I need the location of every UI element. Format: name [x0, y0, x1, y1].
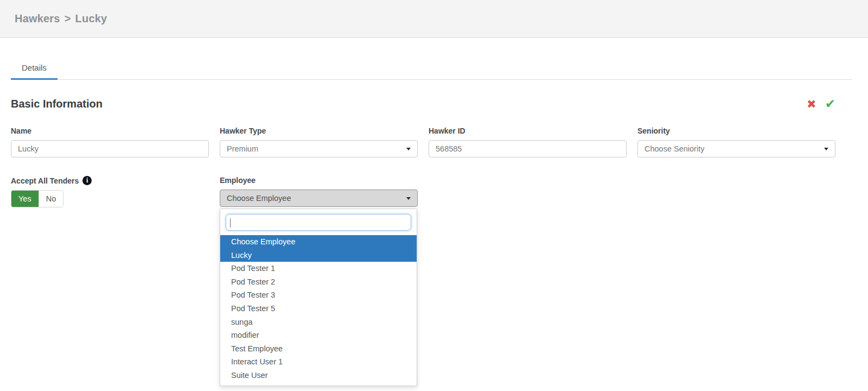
seniority-select[interactable]: Choose Seniority — [637, 140, 835, 157]
employee-dropdown-search-wrap — [220, 209, 417, 235]
employee-select[interactable]: Choose Employee — [220, 190, 418, 207]
field-hawker-id: Hawker ID — [429, 127, 627, 157]
info-icon[interactable]: i — [82, 176, 92, 185]
hawker-id-label: Hawker ID — [429, 127, 627, 135]
employee-option[interactable]: modifier — [220, 329, 417, 342]
breadcrumb-separator-icon: > — [65, 12, 71, 25]
employee-dropdown-panel: Choose EmployeeLuckyPod Tester 1Pod Test… — [220, 209, 417, 386]
accept-all-tenders-label: Accept All Tenders i — [11, 176, 209, 185]
toggle-no-button[interactable]: No — [39, 191, 63, 207]
seniority-label: Seniority — [637, 127, 835, 135]
field-name: Name — [11, 127, 209, 157]
employee-option[interactable]: sunga — [220, 316, 417, 329]
chevron-down-icon — [406, 148, 411, 150]
breadcrumb-current: Lucky — [75, 12, 107, 25]
chevron-down-icon — [824, 148, 828, 150]
employee-option[interactable]: Interact User 1 — [220, 355, 417, 369]
hawker-type-value: Premium — [227, 144, 258, 153]
tab-details-label: Details — [22, 63, 47, 72]
breadcrumb-parent[interactable]: Hawkers — [15, 12, 60, 25]
seniority-value: Choose Seniority — [644, 144, 704, 153]
main-content: Details Basic Information ✖ ✔ Name Hawke… — [0, 57, 868, 207]
confirm-icon[interactable]: ✔ — [825, 98, 835, 110]
toggle-yes-button[interactable]: Yes — [11, 191, 39, 207]
employee-option[interactable]: Choose Employee — [220, 235, 417, 249]
field-accept-all-tenders: Accept All Tenders i Yes No — [11, 176, 209, 207]
field-hawker-type: Hawker Type Premium — [220, 127, 418, 157]
employee-option[interactable]: Pod Tester 1 — [220, 262, 417, 275]
employee-option[interactable]: Pod Tester 2 — [220, 275, 417, 289]
employee-option[interactable]: Lucky — [220, 249, 417, 262]
section-title: Basic Information — [11, 98, 103, 110]
tab-bar: Details — [11, 57, 852, 80]
hawker-type-label: Hawker Type — [220, 127, 418, 135]
form-row-secondary: Accept All Tenders i Yes No Employee Cho… — [11, 176, 835, 207]
section-header: Basic Information ✖ ✔ — [11, 98, 835, 110]
form-row-basic: Name Hawker Type Premium Hawker ID Senio… — [11, 127, 835, 157]
tab-details[interactable]: Details — [11, 57, 58, 79]
employee-label: Employee — [220, 176, 418, 185]
name-input[interactable] — [11, 140, 209, 157]
employee-value: Choose Employee — [227, 194, 291, 203]
field-employee: Employee Choose Employee Choose Employee… — [220, 176, 418, 207]
accept-all-tenders-label-text: Accept All Tenders — [11, 176, 79, 185]
name-label: Name — [11, 127, 209, 135]
employee-option[interactable]: Test Employee — [220, 342, 417, 356]
text-cursor — [230, 218, 231, 228]
section-actions: ✖ ✔ — [807, 98, 835, 110]
chevron-down-icon — [406, 197, 411, 200]
accept-all-tenders-toggle: Yes No — [11, 190, 63, 207]
hawker-type-select[interactable]: Premium — [220, 140, 418, 157]
employee-search-input[interactable] — [226, 214, 411, 231]
field-seniority: Seniority Choose Seniority — [637, 127, 835, 157]
breadcrumb: Hawkers > Lucky — [15, 12, 107, 25]
page-header: Hawkers > Lucky — [0, 0, 868, 38]
employee-options-list: Choose EmployeeLuckyPod Tester 1Pod Test… — [220, 235, 417, 382]
hawker-id-input[interactable] — [429, 140, 627, 157]
employee-option[interactable]: Pod Tester 5 — [220, 302, 417, 316]
employee-option[interactable]: Suite User — [220, 369, 417, 382]
cancel-icon[interactable]: ✖ — [807, 98, 816, 110]
employee-option[interactable]: Pod Tester 3 — [220, 288, 417, 302]
